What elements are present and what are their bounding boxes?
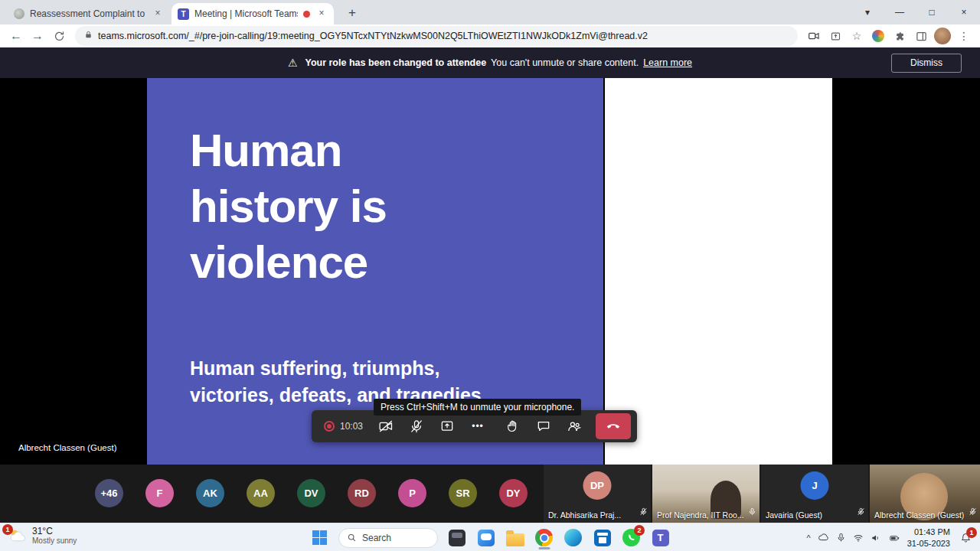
system-tray: ^ 01:43 PM 31-05-2023 1	[807, 523, 974, 551]
battery-icon[interactable]	[888, 533, 900, 543]
participant-avatar[interactable]: AK	[196, 479, 224, 507]
start-button[interactable]	[309, 527, 330, 549]
browser-window: { "icons": { "warning": "⚠", "close": "×…	[0, 0, 980, 551]
avatar-initials: DP	[590, 480, 604, 491]
weather-icon: 1	[8, 527, 27, 546]
close-button[interactable]: ×	[948, 0, 980, 24]
notification-center[interactable]: 1	[957, 529, 974, 547]
whatsapp-icon: 2	[622, 529, 640, 546]
teams-favicon	[178, 8, 189, 20]
clock-date: 31-05-2023	[907, 538, 950, 549]
tray-mic-icon[interactable]	[836, 533, 846, 543]
participant-avatar[interactable]: DY	[499, 479, 528, 507]
minimize-button[interactable]: —	[884, 0, 916, 24]
participant-name: Albrecht Classen (Guest)	[874, 510, 965, 520]
tab-reassessment-complaint[interactable]: Reassessment Complaint to Univ ×	[8, 3, 170, 24]
record-icon	[324, 421, 335, 432]
participant-tile[interactable]: DP Dr. Abhisarika Praj...	[544, 465, 651, 523]
participant-strip: +46 F AK AA DV RD P SR DY DP Dr. Abhisar…	[0, 465, 980, 523]
tray-chevron-icon[interactable]: ^	[807, 533, 811, 543]
participants-icon	[567, 419, 582, 434]
lock-icon	[84, 29, 93, 43]
slide-subtitle-line1: Human suffering, triumphs,	[190, 355, 482, 382]
participant-avatar-row: +46 F AK AA DV RD P SR DY	[95, 479, 528, 507]
app-whatsapp[interactable]: 2	[621, 527, 642, 549]
onedrive-cloud-icon[interactable]	[818, 532, 829, 543]
participant-avatar[interactable]: SR	[449, 479, 477, 507]
app-store[interactable]	[592, 527, 612, 549]
participant-name: Dr. Abhisarika Praj...	[548, 510, 635, 520]
avatar-initials: AK	[203, 487, 217, 499]
recording-indicator: 10:03	[315, 421, 371, 432]
taskbar-search[interactable]: Search	[338, 528, 438, 548]
forward-button[interactable]: →	[28, 26, 47, 46]
participant-video-tile[interactable]: Prof Najendra, IIT Roo...	[652, 465, 760, 523]
participant-avatar[interactable]: F	[145, 479, 174, 507]
tab-close-icon[interactable]: ×	[315, 8, 328, 20]
avatar-initials: F	[157, 487, 163, 499]
participant-tile[interactable]: J Javairia (Guest)	[761, 465, 868, 523]
participant-avatar[interactable]: P	[398, 479, 426, 507]
tab-search-icon[interactable]: ▾	[851, 0, 884, 24]
profile-avatar[interactable]	[933, 26, 952, 46]
overflow-participants-avatar[interactable]: +46	[95, 479, 123, 507]
taskbar-center: Search 2	[309, 523, 671, 551]
store-icon	[594, 530, 611, 546]
learn-more-link[interactable]: Learn more	[643, 57, 692, 68]
hang-up-button[interactable]	[596, 413, 631, 439]
search-icon	[347, 533, 357, 543]
app-edge[interactable]	[563, 527, 583, 549]
side-panel-icon[interactable]	[911, 26, 931, 46]
browser-menu-icon[interactable]: ⋮	[954, 26, 974, 46]
maximize-button[interactable]: □	[916, 0, 948, 24]
tab-teams-meeting[interactable]: Meeting | Microsoft Teams ×	[172, 3, 334, 24]
slide-title: Human history is violence	[190, 122, 496, 291]
weather-widget[interactable]: 1 31°C Mostly sunny	[8, 526, 77, 546]
share-page-icon[interactable]	[825, 26, 845, 46]
dismiss-button[interactable]: Dismiss	[891, 54, 962, 73]
mic-off-icon	[969, 505, 977, 519]
windows-logo-icon	[312, 530, 328, 546]
browser-tabstrip: Reassessment Complaint to Univ × Meeting…	[0, 0, 980, 24]
presenter-name-label: Albrecht Classen (Guest)	[18, 443, 116, 452]
meeting-stage: Human history is violence Human sufferin…	[0, 78, 980, 465]
more-options-icon: •••	[472, 421, 484, 432]
participant-avatar[interactable]: DV	[297, 479, 325, 507]
mic-off-icon	[857, 505, 865, 519]
avatar-initials: DY	[506, 487, 520, 499]
weather-badge: 1	[2, 524, 13, 535]
extensions-puzzle-icon[interactable]	[890, 26, 910, 46]
mic-off-icon	[639, 505, 648, 519]
extension-color-icon[interactable]	[868, 26, 888, 46]
hang-up-icon	[605, 418, 622, 435]
notification-badge: 1	[966, 527, 977, 538]
participant-video-tile[interactable]: Albrecht Classen (Guest)	[870, 465, 980, 523]
app-file-explorer[interactable]	[505, 527, 525, 549]
snip-tool-icon	[449, 530, 466, 546]
avatar-initials: J	[812, 480, 817, 491]
clock-widget[interactable]: 01:43 PM 31-05-2023	[907, 527, 950, 549]
wifi-icon[interactable]	[853, 533, 864, 543]
page-favicon	[14, 8, 24, 19]
volume-icon[interactable]	[871, 533, 881, 543]
tab-recording-indicator-icon	[303, 11, 310, 18]
reload-button[interactable]	[49, 26, 69, 46]
chat-app-icon	[478, 530, 495, 546]
participant-avatar[interactable]: AA	[247, 479, 275, 507]
participant-avatar[interactable]: RD	[348, 479, 376, 507]
app-snip-tool[interactable]	[446, 527, 467, 549]
search-label: Search	[362, 533, 391, 543]
app-chrome[interactable]	[534, 527, 554, 549]
bookmark-star-icon[interactable]: ☆	[847, 26, 867, 46]
tab-close-icon[interactable]: ×	[152, 8, 164, 20]
camera-in-use-icon[interactable]	[804, 26, 824, 46]
window-controls: ▾ — □ ×	[851, 0, 980, 24]
address-bar[interactable]: teams.microsoft.com/_#/pre-join-calling/…	[75, 26, 798, 46]
app-chat[interactable]	[475, 527, 496, 549]
avatar-initials: SR	[456, 487, 469, 499]
url-text: teams.microsoft.com/_#/pre-join-calling/…	[98, 31, 648, 41]
app-teams[interactable]	[650, 527, 671, 549]
back-button[interactable]: ←	[6, 26, 26, 46]
mic-icon	[748, 505, 756, 519]
new-tab-button[interactable]: +	[343, 5, 361, 23]
